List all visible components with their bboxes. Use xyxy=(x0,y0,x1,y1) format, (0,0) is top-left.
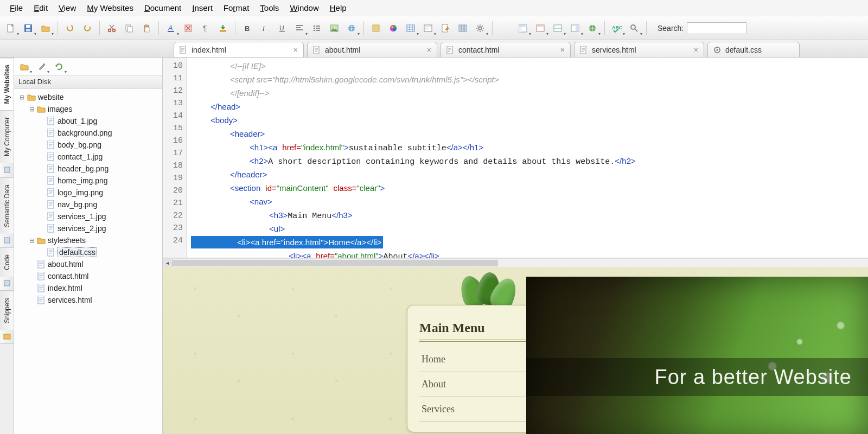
tab-contact-html[interactable]: contact.html× xyxy=(441,42,571,57)
menu-view[interactable]: View xyxy=(53,1,81,15)
tree-item-about_1-jpg[interactable]: about_1.jpg xyxy=(14,115,162,127)
menu-my-websites[interactable]: My Websites xyxy=(81,1,139,15)
svg-rect-65 xyxy=(48,176,54,184)
tree-item-images[interactable]: ⊟images xyxy=(14,103,162,115)
tree-item-index-html[interactable]: index.html xyxy=(14,282,162,294)
tree-item-contact_1-jpg[interactable]: contact_1.jpg xyxy=(14,151,162,163)
tree-label: services_2.jpg xyxy=(58,224,106,233)
tab-about-html[interactable]: about.html× xyxy=(307,42,437,57)
close-tab-icon[interactable]: × xyxy=(560,46,565,54)
tree-item-home_img-png[interactable]: home_img.png xyxy=(14,175,162,187)
menu-insert[interactable]: Insert xyxy=(187,1,218,15)
sidetab-sep-icon xyxy=(0,277,14,291)
tree-item-nav_bg-png[interactable]: nav_bg.png xyxy=(14,199,162,210)
search-input[interactable] xyxy=(687,22,746,34)
pilcrow-button[interactable]: ¶ xyxy=(198,21,213,36)
tree-item-body_bg-png[interactable]: body_bg.png xyxy=(14,139,162,151)
color-square-button[interactable] xyxy=(368,21,384,36)
list-button[interactable] xyxy=(309,21,324,36)
italic-button[interactable]: I xyxy=(257,21,272,36)
image-button[interactable] xyxy=(327,21,342,36)
tree-label: default.css xyxy=(58,247,97,257)
form-button[interactable] xyxy=(420,21,436,36)
tree-item-stylesheets[interactable]: ⊟stylesheets xyxy=(14,234,162,246)
spellcheck-button[interactable]: ABC xyxy=(609,21,624,36)
tab-index-html[interactable]: index.html× xyxy=(174,42,304,57)
cut-button[interactable] xyxy=(104,21,119,36)
fp-settings-button[interactable] xyxy=(35,60,49,74)
gear-button[interactable] xyxy=(473,21,488,36)
code-editor[interactable]: 10 11 12 13 14 15 16 17 18 19 20 21 22 2… xyxy=(163,58,868,258)
sidetab-snippets[interactable]: Snippets xyxy=(0,291,14,330)
sidetab-semantic-data[interactable]: Semantic Data xyxy=(0,177,14,234)
file-icon xyxy=(180,46,187,54)
tree-label: index.html xyxy=(48,284,82,292)
sidetab-code[interactable]: Code xyxy=(0,247,14,277)
scroll-left-arrow[interactable]: ◂ xyxy=(163,259,173,267)
tree-item-default-css[interactable]: default.css xyxy=(14,246,162,258)
align-button[interactable] xyxy=(292,21,307,36)
sidetab-bottom-icon[interactable] xyxy=(0,330,14,344)
edit-doc-button[interactable] xyxy=(438,21,453,36)
download-button[interactable] xyxy=(215,21,231,36)
save-button[interactable] xyxy=(21,21,36,36)
expand-icon[interactable]: ⊟ xyxy=(28,237,35,244)
underline-button[interactable]: U xyxy=(275,21,290,36)
menu-edit[interactable]: Edit xyxy=(28,1,53,15)
close-tab-icon[interactable]: × xyxy=(694,46,698,54)
file-tree[interactable]: ⊟website⊟imagesabout_1.jpgbackground.png… xyxy=(14,89,162,434)
tree-item-services_1-jpg[interactable]: services_1.jpg xyxy=(14,210,162,222)
sidetab-my-computer[interactable]: My Computer xyxy=(0,110,14,163)
tree-item-contact-html[interactable]: contact.html xyxy=(14,270,162,282)
layout-button[interactable] xyxy=(515,21,531,36)
scroll-thumb[interactable] xyxy=(173,260,498,266)
menu-window[interactable]: Window xyxy=(284,1,324,15)
color-wheel-button[interactable] xyxy=(386,21,401,36)
close-tab-icon[interactable]: × xyxy=(293,46,298,54)
redo-button[interactable] xyxy=(80,21,95,36)
file-icon xyxy=(47,117,55,125)
tree-item-background-png[interactable]: background.png xyxy=(14,127,162,139)
menu-document[interactable]: Document xyxy=(139,1,187,15)
tab-label: services.html xyxy=(592,46,636,54)
sidetab-my-websites[interactable]: My Websites xyxy=(0,58,14,110)
menu-tools[interactable]: Tools xyxy=(254,1,284,15)
panel2-button[interactable] xyxy=(550,21,565,36)
fp-refresh-button[interactable] xyxy=(52,60,66,74)
panel3-button[interactable] xyxy=(567,21,583,36)
tree-item-header_bg-png[interactable]: header_bg.png xyxy=(14,163,162,175)
panel1-button[interactable] xyxy=(533,21,548,36)
find-button[interactable] xyxy=(627,21,642,36)
svg-text:I: I xyxy=(263,24,265,33)
menu-help[interactable]: Help xyxy=(324,1,352,15)
tab-services-html[interactable]: services.html× xyxy=(574,42,704,57)
clear-format-button[interactable] xyxy=(181,21,196,36)
expand-icon[interactable]: ⊟ xyxy=(28,106,35,113)
svg-point-20 xyxy=(314,25,315,26)
tree-item-about-html[interactable]: about.html xyxy=(14,258,162,270)
tree-item-services-html[interactable]: services.html xyxy=(14,294,162,306)
editor-horizontal-scrollbar[interactable]: ◂ xyxy=(163,258,868,267)
globe2-button[interactable] xyxy=(585,21,600,36)
copy-button[interactable] xyxy=(122,21,137,36)
tree-label: services_1.jpg xyxy=(58,212,106,221)
bold-button[interactable]: B xyxy=(240,21,255,36)
tab-default-css[interactable]: default.css× xyxy=(707,42,800,57)
new-file-button[interactable] xyxy=(3,21,18,36)
tree-item-logo_img-png[interactable]: logo_img.png xyxy=(14,187,162,199)
table-button[interactable] xyxy=(403,21,418,36)
hyperlink-button[interactable] xyxy=(344,21,359,36)
undo-button[interactable] xyxy=(62,21,78,36)
columns-button[interactable] xyxy=(455,21,470,36)
tree-item-services_2-jpg[interactable]: services_2.jpg xyxy=(14,222,162,234)
tree-item-website[interactable]: ⊟website xyxy=(14,91,162,103)
font-color-button[interactable]: A xyxy=(163,21,178,36)
code-content[interactable]: <!--[if IE]> <script src="http://html5sh… xyxy=(187,58,868,258)
paste-button[interactable] xyxy=(139,21,154,36)
expand-icon[interactable]: ⊟ xyxy=(18,94,25,101)
close-tab-icon[interactable]: × xyxy=(427,46,431,54)
menu-format[interactable]: Format xyxy=(218,1,255,15)
menu-file[interactable]: File xyxy=(4,1,28,15)
open-button[interactable] xyxy=(38,21,53,36)
fp-folder-button[interactable] xyxy=(17,60,31,74)
